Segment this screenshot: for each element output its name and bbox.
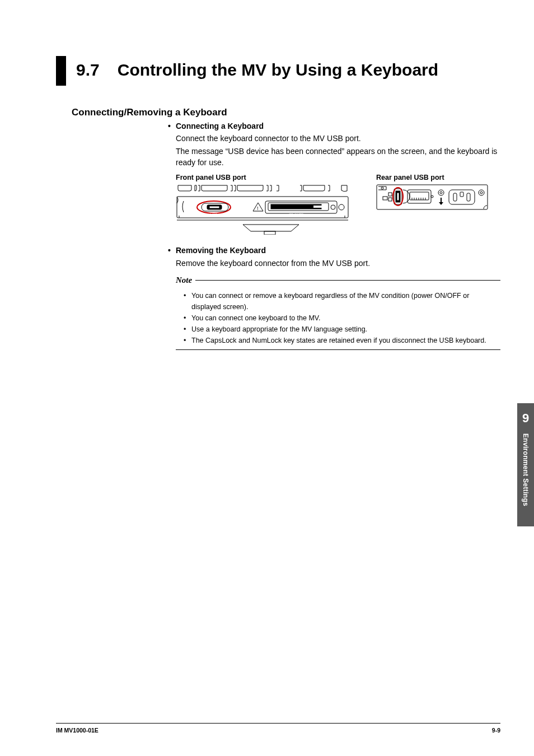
section-heading: 9.7 Controlling the MV by Using a Keyboa… — [56, 56, 500, 86]
bullet-connecting: • Connecting a Keyboard — [168, 120, 500, 132]
heading-bar — [56, 56, 66, 86]
rear-panel-illustration — [376, 184, 488, 212]
svg-rect-21 — [383, 197, 387, 200]
note-text: You can connect one keyboard to the MV. — [191, 312, 321, 324]
svg-rect-42 — [453, 193, 457, 201]
svg-point-46 — [480, 192, 483, 194]
svg-rect-18 — [264, 231, 275, 235]
svg-rect-27 — [397, 193, 399, 200]
note-rule-top — [195, 280, 500, 281]
note-item: • The CapsLock and NumLock key states ar… — [184, 335, 500, 346]
footer-right: 9-9 — [492, 727, 500, 734]
note-label: Note — [176, 274, 195, 287]
svg-point-45 — [479, 190, 484, 195]
subheading-connecting-removing: Connecting/Removing a Keyboard — [72, 107, 500, 118]
side-tab: 9 Environment Settings — [517, 403, 534, 526]
svg-rect-22 — [388, 193, 392, 196]
bullet-marker: • — [168, 120, 176, 132]
bullet-marker: • — [184, 312, 191, 324]
svg-rect-29 — [410, 192, 429, 200]
svg-rect-0 — [177, 197, 348, 218]
note-text: You can connect or remove a keyboard reg… — [191, 290, 500, 312]
note-text: Use a keyboard appropriate for the MV la… — [191, 324, 367, 335]
svg-point-20 — [381, 187, 383, 189]
heading-text: 9.7 Controlling the MV by Using a Keyboa… — [76, 56, 438, 86]
note-item: • You can connect or remove a keyboard r… — [184, 290, 500, 312]
note-item: • You can connect one keyboard to the MV… — [184, 312, 500, 324]
figure-label-rear: Rear panel USB port — [376, 172, 488, 183]
svg-rect-23 — [388, 198, 392, 201]
paragraph: Connect the keyboard connector to the MV… — [176, 133, 500, 144]
paragraph: Remove the keyboard connector from the M… — [176, 258, 500, 269]
svg-text:!: ! — [257, 206, 259, 211]
svg-rect-4 — [209, 206, 219, 208]
note-item: • Use a keyboard appropriate for the MV … — [184, 324, 500, 335]
svg-point-9 — [331, 205, 335, 209]
svg-point-14 — [339, 204, 344, 210]
bullet-marker: • — [184, 290, 191, 312]
front-panel-illustration: ! — [176, 184, 349, 235]
heading-number: 9.7 — [76, 60, 100, 79]
bullet-heading: Removing the Keyboard — [176, 245, 266, 256]
label-cf-card: CF CARD — [289, 213, 304, 216]
bullet-marker: • — [184, 335, 191, 346]
side-tab-label: Environment Settings — [522, 433, 530, 506]
paragraph: The message “USB device has been connect… — [176, 146, 500, 169]
label-usb: USB — [210, 213, 217, 216]
figure-front-panel: Front panel USB port — [176, 172, 349, 235]
footer-left: IM MV1000-01E — [56, 727, 99, 734]
svg-point-39 — [440, 192, 442, 194]
svg-point-38 — [438, 190, 444, 195]
note-text: The CapsLock and NumLock key states are … — [191, 335, 486, 346]
figure-label-front: Front panel USB port — [176, 172, 349, 183]
bullet-removing: • Removing the Keyboard — [168, 245, 500, 256]
note-rule-bottom — [176, 349, 500, 350]
bullet-heading: Connecting a Keyboard — [176, 120, 264, 132]
svg-point-37 — [431, 195, 433, 198]
bullet-marker: • — [168, 245, 176, 256]
bullet-marker: • — [184, 324, 191, 335]
svg-rect-43 — [460, 192, 463, 197]
note-block: Note • You can connect or remove a keybo… — [176, 274, 500, 350]
svg-rect-44 — [467, 193, 470, 201]
heading-title: Controlling the MV by Using a Keyboard — [118, 60, 438, 79]
figure-rear-panel: Rear panel USB port — [376, 172, 488, 235]
page-footer: IM MV1000-01E 9-9 — [56, 723, 500, 734]
side-tab-chapter: 9 — [522, 411, 529, 426]
